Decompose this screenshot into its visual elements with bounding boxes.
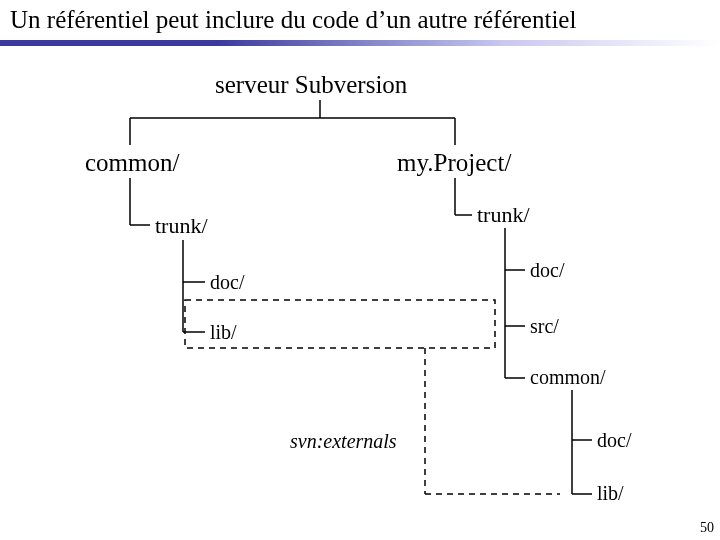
left-trunk-label: trunk/ <box>155 215 208 237</box>
right-doc-label: doc/ <box>530 260 564 280</box>
right-common-doc-label: doc/ <box>597 430 631 450</box>
left-doc-label: doc/ <box>210 272 244 292</box>
right-src-label: src/ <box>530 316 559 336</box>
left-lib-label: lib/ <box>210 322 237 342</box>
right-common-label: common/ <box>530 367 606 387</box>
left-repo-label: common/ <box>85 150 179 175</box>
right-common-lib-label: lib/ <box>597 483 624 503</box>
right-trunk-label: trunk/ <box>477 204 530 226</box>
title-underline <box>0 40 720 46</box>
right-repo-label: my.Project/ <box>397 150 511 175</box>
root-label: serveur Subversion <box>215 72 407 97</box>
externals-label: svn:externals <box>290 430 397 453</box>
page-title: Un référentiel peut inclure du code d’un… <box>10 6 576 34</box>
slide-number: 50 <box>700 520 714 536</box>
